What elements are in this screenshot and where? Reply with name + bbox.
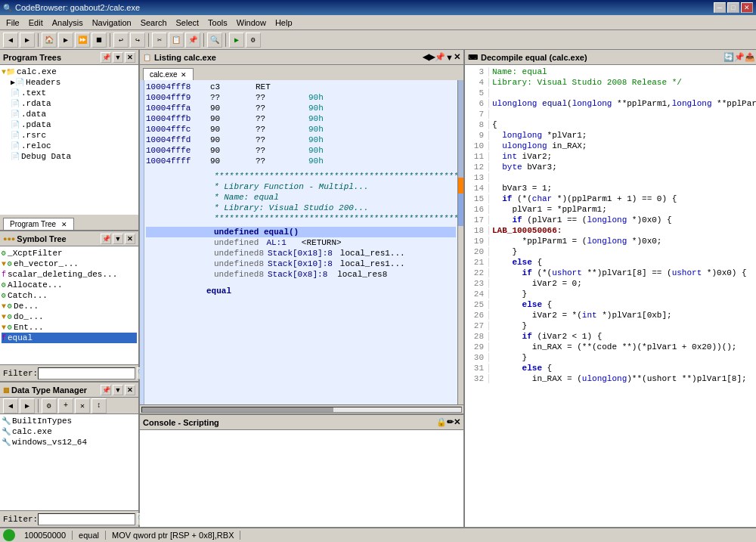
listing-close[interactable]: ✕ (454, 52, 460, 62)
st-menu-btn[interactable]: ▼ (113, 234, 123, 244)
menu-help[interactable]: Help (271, 17, 297, 29)
console-close[interactable]: ✕ (454, 417, 460, 427)
listing-hscroll-thumb[interactable] (142, 407, 333, 412)
tree-item-reloc[interactable]: 📄 .reloc (2, 141, 137, 151)
xcpt-label: _XcptFilter (8, 249, 63, 258)
decompile-refresh[interactable]: 🔄 (723, 52, 734, 62)
decompile-export[interactable]: 📤 (745, 52, 755, 62)
tb-go2[interactable]: ⏩ (75, 33, 90, 48)
tb-fwd[interactable]: ▶ (20, 33, 35, 48)
maximize-button[interactable]: □ (727, 2, 739, 13)
pt-menu-btn[interactable]: ▼ (113, 52, 123, 63)
dtm-toolbar: ◀ ▶ ⚙ + ✕ ↕ (0, 398, 138, 414)
dtm-builtin[interactable]: 🔧 BuiltInTypes (2, 416, 137, 426)
menu-window[interactable]: Window (232, 17, 271, 29)
listing-hscroll-track[interactable] (141, 407, 462, 413)
pt-tab-close[interactable]: ✕ (61, 221, 67, 228)
sym-do[interactable]: ▼ ⚙ do_... (2, 311, 137, 322)
menu-search[interactable]: Search (136, 17, 172, 29)
dc-row-24: 24 } (466, 289, 756, 299)
sym-catch[interactable]: ⚙ Catch... (2, 290, 137, 301)
dtm-tb1[interactable]: ◀ (3, 398, 18, 413)
dtm-windows[interactable]: 🔧 windows_vs12_64 (2, 437, 137, 448)
listing-row-4: 10004fffb 90 ?? 90h (146, 113, 456, 124)
listing-menu[interactable]: ▼ (445, 53, 454, 62)
tree-item-data[interactable]: 📄 .data (2, 109, 137, 119)
listing-content[interactable]: 10004fff8 c3 RET 10004fff9 ?? ?? 90h 100… (144, 80, 457, 404)
dc-row-13: 13 (466, 172, 756, 183)
dtm-calc[interactable]: 🔧 calc.exe (2, 426, 137, 437)
dtm-close-btn[interactable]: ✕ (125, 385, 135, 395)
tree-item-rsrc[interactable]: 📄 .rsrc (2, 130, 137, 141)
sym-allocate[interactable]: ⚙ Allocate... (2, 280, 137, 290)
tb-stop[interactable]: ⏹ (91, 33, 107, 48)
sym-equal[interactable]: f equal (2, 333, 137, 343)
listing-panel: 📋 Listing calc.exe ◀ ▶ 📌 ▼ ✕ calc.exe ✕ (140, 50, 463, 413)
tb-go-home[interactable]: 🏠 (42, 33, 57, 48)
tb-search[interactable]: 🔍 (207, 33, 222, 48)
listing-snap[interactable]: 📌 (435, 52, 445, 62)
menu-tools[interactable]: Tools (203, 17, 232, 29)
dtm-tb6[interactable]: ↕ (91, 398, 107, 413)
tb-run[interactable]: ▶ (229, 33, 244, 48)
tree-item-headers[interactable]: ▶📄 Headers (2, 77, 137, 88)
tb-cut[interactable]: ✂ (152, 33, 167, 48)
dtm-menu-btn[interactable]: ▼ (113, 385, 123, 395)
close-button[interactable]: ✕ (741, 2, 753, 13)
dtm-tb2[interactable]: ▶ (20, 398, 35, 413)
menu-edit[interactable]: Edit (24, 17, 48, 29)
dtm-filter-input[interactable] (38, 513, 135, 525)
status-instruction: MOV qword ptr [RSP + 0x8],RBX (106, 531, 241, 540)
decompile-icon: ⌨ (468, 54, 478, 61)
tb-debug[interactable]: ⚙ (246, 33, 261, 48)
dtm-pin-btn[interactable]: 📌 (101, 385, 111, 395)
st-close-btn[interactable]: ✕ (125, 234, 135, 244)
console-content[interactable] (140, 430, 463, 527)
tree-item-debug[interactable]: 📄 Debug Data (2, 151, 137, 162)
listing-tab-close[interactable]: ✕ (181, 71, 187, 79)
pt-close-btn[interactable]: ✕ (125, 52, 135, 63)
st-pin-btn[interactable]: 📌 (101, 234, 111, 244)
console-edit[interactable]: ✏ (447, 417, 454, 427)
sym-ent[interactable]: ▼ ⚙ Ent... (2, 322, 137, 333)
xcpt-icon: ⚙ (2, 249, 6, 258)
tb-go[interactable]: ▶ (58, 33, 73, 48)
tb-sep4 (203, 33, 204, 47)
menu-file[interactable]: File (2, 17, 24, 29)
listing-hscrollbar[interactable] (140, 404, 463, 413)
tree-item-pdata[interactable]: 📄 .pdata (2, 119, 137, 130)
dtm-tb3[interactable]: ⚙ (42, 398, 57, 413)
tree-item-rdata[interactable]: 📄 .rdata (2, 98, 137, 109)
minimize-button[interactable]: ─ (714, 2, 726, 13)
listing-prev[interactable]: ◀ (423, 52, 429, 62)
tb-back[interactable]: ◀ (3, 33, 18, 48)
sym-ehvector[interactable]: ▼ ⚙ eh_vector_... (2, 259, 137, 269)
param-row-4: undefined8 Stack[0x8]:8 local_res8 (146, 269, 456, 280)
decompile-content[interactable]: 3 Name: equal 4 Library: Visual Studio 2… (465, 65, 756, 527)
pt-pin-btn[interactable]: 📌 (101, 52, 111, 63)
listing-tab-calc[interactable]: calc.exe ✕ (143, 68, 194, 80)
sym-xcptfilter[interactable]: ⚙ _XcptFilter (2, 248, 137, 259)
sym-icon: ●●● (3, 235, 15, 243)
dc-row-27: 27 } (466, 321, 756, 331)
menu-analysis[interactable]: Analysis (48, 17, 88, 29)
tb-undo[interactable]: ↩ (113, 33, 129, 48)
tb-paste[interactable]: 📌 (185, 33, 200, 48)
tree-item-calc-exe[interactable]: ▼📁 calc.exe (2, 67, 137, 77)
program-tree-tab[interactable]: Program Tree ✕ (3, 218, 74, 230)
tb-copy[interactable]: 📋 (169, 33, 184, 48)
dtm-tb5[interactable]: ✕ (75, 398, 90, 413)
console-lock[interactable]: 🔒 (436, 417, 447, 427)
menu-select[interactable]: Select (172, 17, 204, 29)
ent-icon: ⚙ (8, 323, 12, 332)
decompile-snap[interactable]: 📌 (734, 52, 745, 62)
sym-scalar[interactable]: f scalar_deleting_des... (2, 269, 137, 280)
sym-filter-input[interactable] (38, 367, 135, 379)
listing-next[interactable]: ▶ (429, 52, 435, 62)
dtm-tb4[interactable]: + (58, 398, 73, 413)
menu-navigation[interactable]: Navigation (88, 17, 136, 29)
tree-item-text[interactable]: 📄 .text (2, 88, 137, 98)
tb-sep3 (148, 33, 149, 47)
sym-de[interactable]: ▼ ⚙ De... (2, 301, 137, 311)
tb-redo[interactable]: ↪ (130, 33, 145, 48)
